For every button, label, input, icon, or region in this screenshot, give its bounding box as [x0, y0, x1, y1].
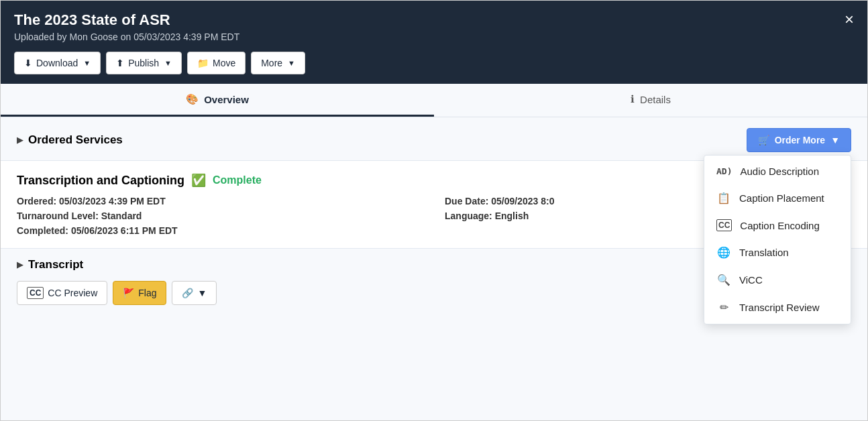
- order-more-label: Order More: [775, 135, 825, 145]
- move-label: Move: [213, 58, 235, 68]
- caption-encoding-label: Caption Encoding: [740, 220, 819, 231]
- service-name: Transcription and Captioning: [17, 174, 184, 188]
- status-check-icon: ✅: [191, 173, 206, 188]
- close-button[interactable]: ×: [845, 11, 854, 27]
- vicc-icon: 🔍: [716, 274, 731, 286]
- more-label: More: [261, 58, 282, 68]
- download-icon: ⬇: [24, 58, 32, 68]
- caption-encoding-icon: CC: [716, 219, 732, 231]
- download-button[interactable]: ⬇ Download ▼: [14, 52, 101, 74]
- overview-tab-icon: 🎨: [186, 93, 199, 105]
- turnaround-row: Turnaround Level: Standard: [17, 210, 423, 221]
- tab-bar: 🎨 Overview ℹ Details: [1, 84, 867, 117]
- dropdown-item-caption-encoding[interactable]: CC Caption Encoding: [704, 212, 851, 239]
- section-collapse-icon[interactable]: ▶: [17, 135, 23, 145]
- dropdown-item-audio-description[interactable]: AD) Audio Description: [704, 158, 851, 184]
- status-badge: Complete: [213, 174, 262, 186]
- flag-label: Flag: [138, 288, 156, 298]
- publish-button[interactable]: ⬆ Publish ▼: [106, 52, 182, 74]
- details-tab-label: Details: [640, 94, 671, 105]
- completed-row: Completed: 05/06/2023 6:11 PM EDT: [17, 225, 423, 236]
- tab-overview[interactable]: 🎨 Overview: [1, 84, 434, 117]
- publish-icon: ⬆: [116, 58, 124, 68]
- dropdown-item-vicc[interactable]: 🔍 ViCC: [704, 266, 851, 294]
- dropdown-item-translation[interactable]: 🌐 Translation: [704, 239, 851, 266]
- modal-title: The 2023 State of ASR: [14, 11, 854, 29]
- transcript-buttons: CC CC Preview 🚩 Flag 🔗 ▼: [17, 281, 217, 305]
- cart-icon: 🛒: [758, 135, 769, 145]
- dropdown-item-transcript-review[interactable]: ✏ Transcript Review: [704, 294, 851, 321]
- header-actions: ⬇ Download ▼ ⬆ Publish ▼ 📁 Move More ▼: [14, 52, 854, 74]
- ordered-row: Ordered: 05/03/2023 4:39 PM EDT: [17, 196, 423, 206]
- link-icon: 🔗: [182, 288, 193, 298]
- modal-body: ▶ Ordered Services 🛒 Order More ▼ AD) Au…: [1, 117, 867, 420]
- tab-details[interactable]: ℹ Details: [434, 84, 867, 117]
- link-button[interactable]: 🔗 ▼: [172, 281, 217, 305]
- audio-description-label: Audio Description: [740, 166, 819, 177]
- translation-icon: 🌐: [716, 246, 731, 259]
- more-caret: ▼: [288, 59, 295, 67]
- ordered-services-section-header: ▶ Ordered Services 🛒 Order More ▼ AD) Au…: [1, 117, 867, 160]
- modal-container: The 2023 State of ASR Uploaded by Mon Go…: [0, 0, 868, 421]
- ordered-services-title: ▶ Ordered Services: [17, 133, 123, 147]
- caption-placement-label: Caption Placement: [739, 192, 824, 204]
- link-caret: ▼: [197, 288, 207, 298]
- dropdown-item-caption-placement[interactable]: 📋 Caption Placement: [704, 184, 851, 212]
- transcript-collapse-icon[interactable]: ▶: [17, 260, 23, 269]
- vicc-label: ViCC: [739, 274, 763, 286]
- overview-tab-label: Overview: [204, 94, 249, 105]
- cc-icon: CC: [27, 287, 44, 299]
- flag-button[interactable]: 🚩 Flag: [113, 281, 166, 305]
- cc-preview-label: CC Preview: [48, 288, 97, 298]
- caption-placement-icon: 📋: [716, 192, 731, 204]
- order-more-button[interactable]: 🛒 Order More ▼: [747, 128, 851, 152]
- order-more-dropdown: AD) Audio Description 📋 Caption Placemen…: [704, 155, 851, 324]
- move-icon: 📁: [197, 58, 209, 68]
- details-tab-icon: ℹ: [631, 93, 635, 105]
- translation-label: Translation: [739, 247, 789, 258]
- download-label: Download: [36, 58, 78, 68]
- cc-preview-button[interactable]: CC CC Preview: [17, 281, 107, 305]
- flag-icon: 🚩: [123, 288, 134, 298]
- publish-label: Publish: [128, 58, 159, 68]
- transcript-review-icon: ✏: [716, 301, 731, 314]
- transcript-review-label: Transcript Review: [739, 302, 819, 313]
- order-more-caret: ▼: [830, 135, 840, 145]
- download-caret: ▼: [83, 59, 91, 67]
- move-button[interactable]: 📁 Move: [187, 52, 246, 74]
- modal-subtitle: Uploaded by Mon Goose on 05/03/2023 4:39…: [14, 32, 854, 42]
- audio-description-icon: AD): [716, 166, 732, 176]
- publish-caret: ▼: [164, 59, 172, 67]
- more-button[interactable]: More ▼: [251, 52, 305, 74]
- modal-header: The 2023 State of ASR Uploaded by Mon Go…: [1, 1, 867, 84]
